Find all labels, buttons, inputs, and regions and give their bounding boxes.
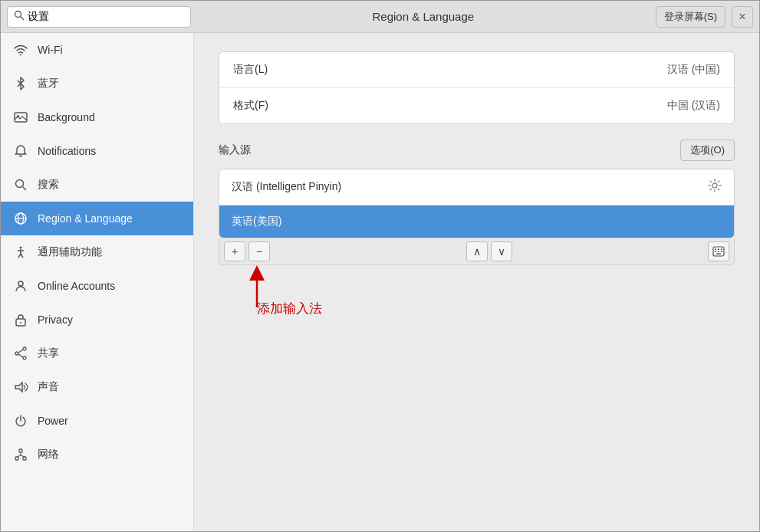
settings-window: 设置 Region & Language 登录屏幕(S) × Wi-Fi (0, 0, 760, 532)
titlebar-actions: 登录屏幕(S) × (656, 6, 753, 28)
move-down-button[interactable]: ∨ (491, 241, 512, 261)
sidebar-sound-label: 声音 (38, 380, 59, 394)
input-list: 汉语 (Intelligent Pinyin) 英语(美国) (219, 169, 735, 238)
main-panel: 语言(L) 汉语 (中国) 格式(F) 中国 (汉语) 输入源 选项(O) 汉语… (194, 33, 759, 531)
sidebar-power-label: Power (38, 415, 68, 427)
format-value: 中国 (汉语) (667, 99, 720, 113)
sidebar-background-label: Background (38, 111, 95, 123)
sidebar-item-search[interactable]: 搜索 (1, 168, 193, 202)
bluetooth-icon (13, 76, 28, 91)
svg-point-6 (16, 180, 24, 188)
svg-line-22 (18, 350, 23, 353)
sidebar-item-network[interactable]: 网络 (1, 438, 193, 471)
sidebar-accessibility-label: 通用辅助功能 (38, 245, 102, 259)
svg-point-11 (20, 247, 22, 249)
language-row[interactable]: 语言(L) 汉语 (中国) (219, 52, 734, 88)
svg-rect-27 (15, 457, 18, 460)
sidebar-item-power[interactable]: Power (1, 404, 193, 438)
sidebar-wifi-label: Wi-Fi (38, 44, 63, 56)
region-icon (13, 211, 28, 226)
sidebar-item-notifications[interactable]: Notifications (1, 134, 193, 168)
svg-rect-37 (715, 251, 716, 253)
sidebar-item-region[interactable]: Region & Language (1, 202, 193, 235)
input-sources-header: 输入源 选项(O) (219, 140, 735, 161)
sidebar-item-accessibility[interactable]: 通用辅助功能 (1, 235, 193, 269)
sidebar-item-share[interactable]: 共享 (1, 337, 193, 370)
move-up-button[interactable]: ∧ (466, 241, 488, 261)
content-area: Wi-Fi 蓝牙 Background (1, 33, 759, 531)
input-toolbar: + − ∧ ∨ (219, 238, 735, 265)
language-value: 汉语 (中国) (667, 63, 720, 77)
sidebar-region-label: Region & Language (38, 212, 133, 225)
language-label: 语言(L) (233, 63, 268, 77)
sidebar-online-accounts-label: Online Accounts (38, 280, 115, 292)
svg-line-7 (23, 187, 27, 191)
svg-line-15 (21, 254, 23, 258)
input-pinyin-label: 汉语 (Intelligent Pinyin) (232, 180, 341, 194)
accessibility-icon (13, 245, 28, 260)
sidebar-search-label: 搜索 (38, 178, 59, 192)
svg-line-14 (18, 254, 21, 258)
sound-icon (13, 379, 28, 395)
svg-rect-26 (19, 449, 22, 452)
notifications-icon (13, 143, 28, 159)
online-accounts-icon (13, 278, 28, 294)
titlebar: 设置 Region & Language 登录屏幕(S) × (1, 1, 759, 33)
svg-point-16 (18, 281, 23, 286)
sidebar-item-bluetooth[interactable]: 蓝牙 (1, 67, 193, 100)
search-box[interactable]: 设置 (7, 6, 191, 28)
search-icon (14, 10, 25, 23)
remove-input-button[interactable]: − (248, 241, 270, 261)
annotation-text: 添加输入法 (257, 300, 322, 317)
svg-point-2 (20, 54, 21, 56)
sidebar-item-sound[interactable]: 声音 (1, 370, 193, 404)
svg-rect-40 (716, 254, 721, 255)
options-button[interactable]: 选项(O) (680, 140, 735, 161)
keyboard-button[interactable] (708, 241, 729, 261)
share-icon (13, 346, 28, 361)
input-sources-label: 输入源 (219, 143, 251, 157)
sidebar-notifications-label: Notifications (38, 145, 96, 157)
sidebar-item-online-accounts[interactable]: Online Accounts (1, 269, 193, 303)
format-row[interactable]: 格式(F) 中国 (汉语) (219, 88, 734, 123)
svg-line-1 (21, 17, 25, 21)
sidebar-item-privacy[interactable]: Privacy (1, 303, 193, 337)
network-icon (13, 447, 28, 462)
gear-icon[interactable] (708, 179, 722, 195)
svg-point-0 (15, 11, 21, 18)
svg-line-30 (17, 455, 21, 457)
svg-rect-36 (721, 249, 722, 251)
svg-point-5 (20, 145, 21, 146)
svg-rect-38 (718, 251, 719, 253)
svg-rect-39 (721, 251, 722, 253)
svg-rect-34 (715, 249, 716, 251)
svg-point-18 (20, 322, 21, 323)
svg-point-4 (17, 115, 19, 117)
input-item-pinyin[interactable]: 汉语 (Intelligent Pinyin) (219, 169, 734, 205)
language-format-card: 语言(L) 汉语 (中国) 格式(F) 中国 (汉语) (219, 51, 735, 124)
sidebar-item-wifi[interactable]: Wi-Fi (1, 33, 193, 67)
privacy-icon (13, 312, 28, 327)
svg-line-23 (18, 354, 23, 357)
sidebar-share-label: 共享 (38, 346, 59, 360)
input-item-english[interactable]: 英语(美国) (219, 205, 734, 238)
input-english-label: 英语(美国) (232, 215, 281, 228)
svg-marker-24 (15, 383, 22, 392)
svg-point-19 (23, 347, 26, 350)
sidebar-item-background[interactable]: Background (1, 100, 193, 134)
input-sources-section: 输入源 选项(O) 汉语 (Intelligent Pinyin) (219, 140, 735, 327)
close-button[interactable]: × (732, 6, 753, 28)
add-input-button[interactable]: + (224, 241, 245, 261)
login-screen-button[interactable]: 登录屏幕(S) (656, 6, 725, 28)
sidebar: Wi-Fi 蓝牙 Background (1, 33, 194, 531)
search-sidebar-icon (13, 177, 28, 192)
svg-rect-28 (23, 457, 26, 460)
background-icon (13, 110, 28, 125)
power-icon (13, 413, 28, 429)
sidebar-privacy-label: Privacy (38, 314, 73, 326)
annotation-wrapper: 添加输入法 (219, 265, 735, 327)
format-label: 格式(F) (233, 99, 268, 113)
svg-line-31 (21, 455, 25, 457)
svg-point-20 (15, 352, 18, 355)
window-title: Region & Language (191, 10, 656, 23)
